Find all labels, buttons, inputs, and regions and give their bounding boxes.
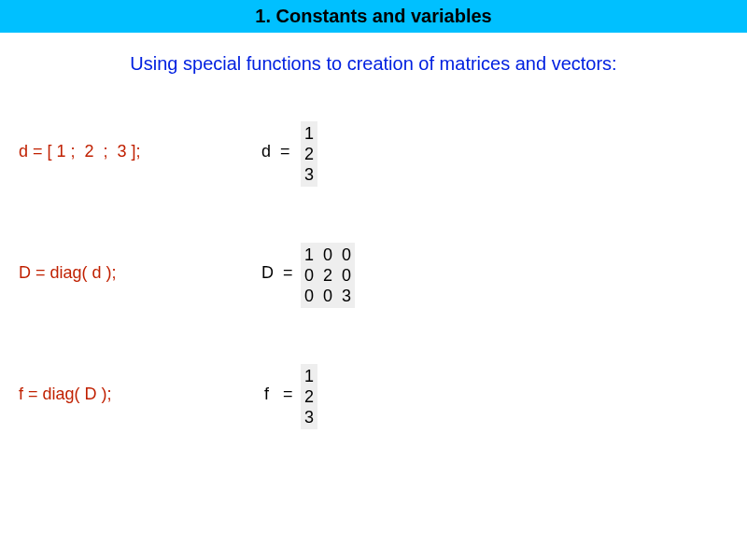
output-matrix: 1 0 0 0 2 0 0 0 3 — [301, 243, 355, 308]
output-label: D = — [261, 263, 293, 283]
code-expression: D = diag( d ); — [19, 263, 117, 283]
code-expression: f = diag( D ); — [19, 385, 112, 404]
output-label: f = — [264, 385, 293, 404]
output-label: d = — [261, 142, 290, 161]
output-matrix: 1 2 3 — [301, 121, 317, 187]
subtitle: Using special functions to creation of m… — [0, 53, 747, 75]
page-title: 1. Constants and variables — [0, 0, 747, 33]
output-matrix: 1 2 3 — [301, 364, 317, 429]
code-expression: d = [ 1 ; 2 ; 3 ]; — [19, 142, 141, 161]
